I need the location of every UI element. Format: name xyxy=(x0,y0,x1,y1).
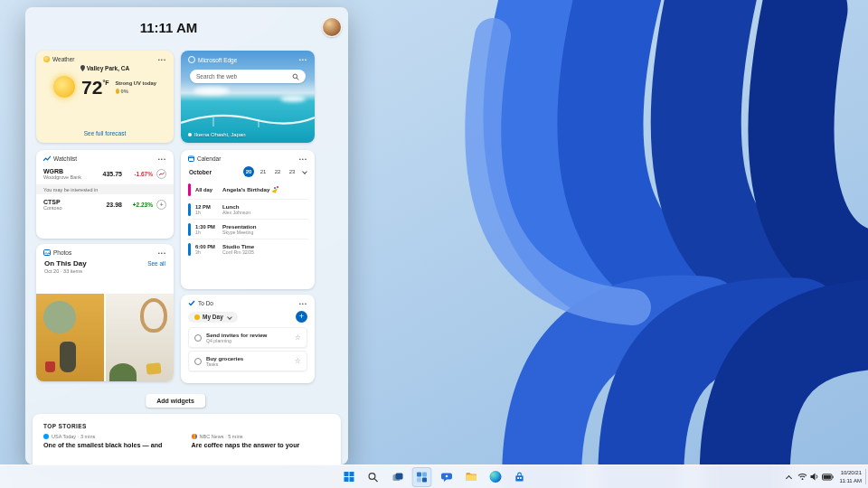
search-input[interactable] xyxy=(196,73,292,80)
edge-widget[interactable]: Microsoft Edge ••• Ikema Ohashi, Japan xyxy=(181,51,315,143)
widgets-button[interactable] xyxy=(412,467,432,487)
tray-clock[interactable]: 10/20/21 11:11 AM xyxy=(840,469,864,483)
task-checkbox[interactable] xyxy=(194,334,202,342)
todo-title: To Do xyxy=(198,300,213,306)
watchlist-widget[interactable]: Watchlist ••• WGRB Woodgrove Bank 435.75… xyxy=(36,150,174,239)
task-item[interactable]: Send invites for review Q4 planning ☆ xyxy=(188,327,307,348)
user-avatar[interactable] xyxy=(322,17,342,37)
calendar-day[interactable]: 23 xyxy=(287,166,297,177)
calendar-menu-button[interactable]: ••• xyxy=(299,156,307,162)
usa-today-favicon xyxy=(43,434,49,439)
start-button[interactable] xyxy=(339,467,359,487)
stock-row[interactable]: CTSP Contoso 23.98 +2.23% + xyxy=(36,194,174,215)
my-day-selector[interactable]: My Day xyxy=(188,312,238,323)
task-checkbox[interactable] xyxy=(194,358,202,365)
event-title: Presentation xyxy=(222,223,256,230)
chat-button[interactable] xyxy=(437,467,457,487)
add-task-button[interactable]: + xyxy=(296,311,307,323)
weather-location-row: Valley Park, CA xyxy=(36,65,174,71)
event-title: Studio Time xyxy=(222,243,254,249)
calendar-title: Calendar xyxy=(197,155,221,162)
watchlist-icon xyxy=(43,155,51,162)
file-explorer-button[interactable] xyxy=(461,467,481,487)
star-icon[interactable]: ☆ xyxy=(295,334,301,342)
story-headline: One of the smallest black holes — and xyxy=(43,441,183,449)
bridge-photo-decoration xyxy=(181,107,315,130)
temperature-unit: °F xyxy=(102,80,108,86)
edge-widget-header: Microsoft Edge ••• xyxy=(181,51,315,65)
add-widgets-button[interactable]: Add widgets xyxy=(146,394,205,408)
task-title: Buy groceries xyxy=(206,355,243,361)
edge-browser-button[interactable] xyxy=(486,467,505,487)
calendar-month-row: October 20 21 22 23 xyxy=(181,164,315,180)
weather-location: Valley Park, CA xyxy=(87,65,129,71)
stock-name: Contoso xyxy=(43,205,90,211)
calendar-event[interactable]: All day Angela's Birthday xyxy=(187,180,308,199)
event-subtitle: Skype Meeting xyxy=(222,230,256,235)
calendar-event[interactable]: 12 PM 1h Lunch Alex Johnson xyxy=(187,199,308,219)
task-view-button[interactable] xyxy=(388,467,408,487)
system-tray-cluster[interactable] xyxy=(797,473,834,481)
event-color-bar xyxy=(188,243,191,256)
watchlist-menu-button[interactable]: ••• xyxy=(158,156,166,162)
top-stories-heading: TOP STORIES xyxy=(36,421,337,434)
news-story[interactable]: USA Today · 3 mins One of the smallest b… xyxy=(43,434,183,449)
weather-precipitation: 0% xyxy=(116,89,156,94)
web-search-box[interactable] xyxy=(190,70,306,83)
event-title: Lunch xyxy=(222,203,250,210)
todo-menu-button[interactable]: ••• xyxy=(299,301,307,306)
calendar-day[interactable]: 21 xyxy=(258,166,269,177)
stock-symbol: WGRB xyxy=(43,168,90,174)
calendar-event[interactable]: 6:00 PM 3h Studio Time Conf Rm 32/35 xyxy=(187,239,308,258)
windows-logo-icon xyxy=(344,472,354,482)
calendar-day[interactable]: 22 xyxy=(272,166,283,177)
stock-price: 23.98 xyxy=(106,202,122,208)
stock-price: 435.75 xyxy=(103,171,122,177)
todo-widget[interactable]: To Do ••• My Day + Send invites for revi… xyxy=(181,295,315,383)
caption-dot-icon xyxy=(188,133,192,136)
calendar-icon xyxy=(188,155,194,162)
event-subtitle: Conf Rm 32/35 xyxy=(222,249,254,255)
search-button[interactable] xyxy=(363,467,383,487)
sun-icon xyxy=(194,314,200,320)
calendar-widget[interactable]: Calendar ••• October 20 21 22 23 Al xyxy=(181,150,315,289)
task-item[interactable]: Buy groceries Tasks ☆ xyxy=(188,351,307,371)
search-icon xyxy=(292,73,299,80)
see-full-forecast-link[interactable]: See full forecast xyxy=(36,130,174,136)
star-icon[interactable]: ☆ xyxy=(295,358,301,365)
photos-menu-button[interactable]: ••• xyxy=(158,250,166,256)
stock-name: Woodgrove Bank xyxy=(43,174,90,180)
volume-icon xyxy=(810,473,819,481)
task-title: Send invites for review xyxy=(206,332,267,338)
add-to-watchlist-button[interactable]: + xyxy=(156,200,166,210)
tray-time: 11:11 AM xyxy=(840,477,862,484)
weather-menu-button[interactable]: ••• xyxy=(158,57,166,62)
calendar-event[interactable]: 1:30 PM 1h Presentation Skype Meeting xyxy=(187,219,308,239)
edge-icon xyxy=(489,471,501,483)
todo-widget-header: To Do ••• xyxy=(181,295,315,308)
photos-widget[interactable]: Photos ••• On This Day See all Oct 20 · … xyxy=(36,244,174,381)
photo-thumbnail-hanging-chair[interactable] xyxy=(106,294,174,381)
photos-title: Photos xyxy=(53,249,71,256)
calendar-day-selected[interactable]: 20 xyxy=(243,166,254,177)
tray-overflow-chevron-icon[interactable] xyxy=(785,474,791,481)
stock-chart-button[interactable] xyxy=(156,169,166,179)
see-all-link[interactable]: See all xyxy=(147,260,165,267)
chat-icon xyxy=(440,472,452,483)
news-story[interactable]: NBC News · 5 mins Are coffee naps the an… xyxy=(192,434,331,449)
event-subtitle: Alex Johnson xyxy=(222,210,250,215)
weather-widget-header: Weather ••• xyxy=(36,51,174,64)
store-button[interactable] xyxy=(510,467,530,487)
wifi-icon xyxy=(797,473,807,481)
stock-change: -1.67% xyxy=(126,171,153,177)
edge-menu-button[interactable]: ••• xyxy=(299,57,307,62)
desktop: 11:11 AM Weather ••• Valley Park, CA 72 xyxy=(0,0,868,488)
stock-row[interactable]: WGRB Woodgrove Bank 435.75 -1.67% xyxy=(36,164,174,184)
photo-thumbnail-vases[interactable] xyxy=(36,294,104,381)
task-view-icon xyxy=(392,472,403,483)
on-this-day-heading: On This Day xyxy=(44,259,87,267)
weather-widget[interactable]: Weather ••• Valley Park, CA 72 °F Strong… xyxy=(36,51,174,143)
interested-label: You may be interested in xyxy=(36,184,174,194)
news-feed: TOP STORIES USA Today · 3 mins One of th… xyxy=(33,414,341,465)
chevron-down-icon[interactable] xyxy=(302,169,307,174)
